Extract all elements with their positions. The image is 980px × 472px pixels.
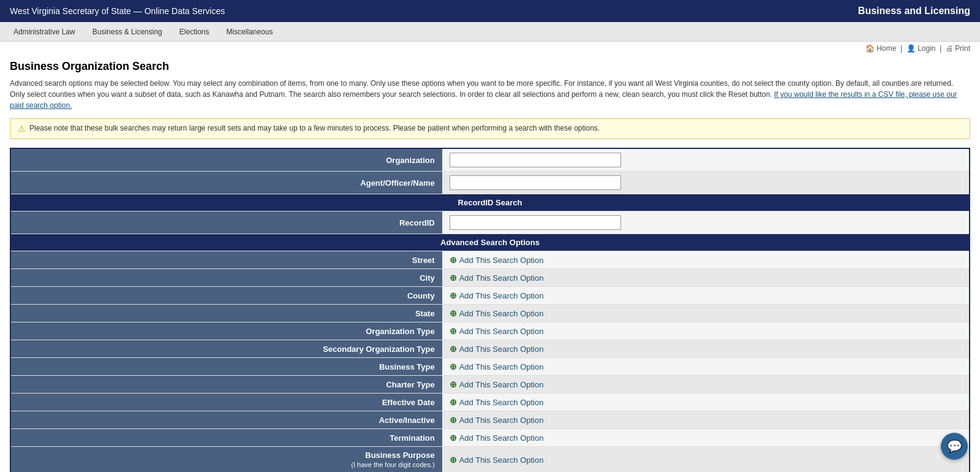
chat-button[interactable]: 💬 — [941, 433, 968, 460]
top-header: West Virginia Secretary of State — Onlin… — [0, 0, 980, 22]
plus-icon-7: ⊕ — [450, 379, 457, 389]
agent-input[interactable] — [450, 175, 621, 190]
warning-icon: ⚠ — [18, 124, 26, 134]
organization-input-cell — [442, 148, 970, 172]
nav-elections[interactable]: Elections — [172, 24, 217, 40]
add-search-option-link-9[interactable]: ⊕ Add This Search Option — [450, 415, 544, 425]
plus-icon-2: ⊕ — [450, 291, 457, 300]
advanced-input-cell-11: ⊕ Add This Search Option — [442, 447, 970, 473]
add-search-option-link-3[interactable]: ⊕ Add This Search Option — [450, 308, 544, 318]
plus-icon-11: ⊕ — [450, 455, 457, 465]
main-content: Business Organization Search Advanced se… — [0, 55, 980, 472]
advanced-input-cell-6: ⊕ Add This Search Option — [442, 358, 970, 376]
header-page-title: Business and Licensing — [858, 6, 970, 17]
advanced-row-6: Business Type⊕ Add This Search Option — [10, 358, 970, 376]
add-search-option-link-0[interactable]: ⊕ Add This Search Option — [450, 255, 544, 265]
home-icon: 🏠 — [865, 44, 875, 53]
page-heading: Business Organization Search — [10, 60, 970, 73]
advanced-row-5: Secondary Organization Type⊕ Add This Se… — [10, 340, 970, 358]
print-icon: 🖨 — [946, 44, 953, 53]
home-link[interactable]: Home — [876, 44, 896, 53]
add-search-option-link-1[interactable]: ⊕ Add This Search Option — [450, 273, 544, 283]
advanced-input-cell-9: ⊕ Add This Search Option — [442, 411, 970, 429]
recordid-input-cell — [442, 211, 970, 234]
advanced-label-3: State — [10, 305, 442, 322]
advanced-input-cell-8: ⊕ Add This Search Option — [442, 394, 970, 411]
advanced-label-8: Effective Date — [10, 394, 442, 411]
add-search-option-link-7[interactable]: ⊕ Add This Search Option — [450, 379, 544, 389]
recordid-input[interactable] — [450, 215, 621, 230]
recordid-section-header: RecordID Search — [10, 194, 970, 211]
print-link[interactable]: Print — [955, 44, 970, 53]
advanced-label-10: Termination — [10, 429, 442, 447]
advanced-input-cell-5: ⊕ Add This Search Option — [442, 340, 970, 358]
nav-business-licensing[interactable]: Business & Licensing — [85, 24, 170, 40]
advanced-row-1: City⊕ Add This Search Option — [10, 269, 970, 287]
login-link[interactable]: Login — [918, 44, 935, 53]
advanced-input-cell-7: ⊕ Add This Search Option — [442, 376, 970, 394]
plus-icon-9: ⊕ — [450, 415, 457, 425]
plus-icon-5: ⊕ — [450, 344, 457, 354]
add-search-option-link-10[interactable]: ⊕ Add This Search Option — [450, 433, 544, 443]
add-search-option-link-5[interactable]: ⊕ Add This Search Option — [450, 344, 544, 354]
advanced-row-10: Termination⊕ Add This Search Option — [10, 429, 970, 447]
site-title: West Virginia Secretary of State — Onlin… — [10, 6, 225, 16]
advanced-row-8: Effective Date⊕ Add This Search Option — [10, 394, 970, 411]
advanced-label-1: City — [10, 269, 442, 287]
add-search-option-link-2[interactable]: ⊕ Add This Search Option — [450, 291, 544, 300]
agent-input-cell — [442, 172, 970, 194]
nav-admin-law[interactable]: Administrative Law — [6, 24, 83, 40]
advanced-label-0: Street — [10, 251, 442, 269]
recordid-section-header-row: RecordID Search — [10, 194, 970, 211]
advanced-label-7: Charter Type — [10, 376, 442, 394]
advanced-input-cell-3: ⊕ Add This Search Option — [442, 305, 970, 322]
nav-miscellaneous[interactable]: Miscellaneous — [219, 24, 281, 40]
advanced-label-2: County — [10, 287, 442, 305]
organization-row: Organization — [10, 148, 970, 172]
advanced-label-6: Business Type — [10, 358, 442, 376]
advanced-row-2: County⊕ Add This Search Option — [10, 287, 970, 305]
advanced-section-header-row: Advanced Search Options — [10, 234, 970, 251]
plus-icon-0: ⊕ — [450, 255, 457, 265]
plus-icon-10: ⊕ — [450, 433, 457, 443]
advanced-row-0: Street⊕ Add This Search Option — [10, 251, 970, 269]
add-search-option-link-11[interactable]: ⊕ Add This Search Option — [450, 455, 544, 465]
login-icon: 👤 — [907, 44, 916, 53]
add-search-option-link-8[interactable]: ⊕ Add This Search Option — [450, 397, 544, 407]
warning-box: ⚠ Please note that these bulk searches m… — [10, 118, 970, 139]
nav-bar: Administrative Law Business & Licensing … — [0, 22, 980, 42]
advanced-input-cell-2: ⊕ Add This Search Option — [442, 287, 970, 305]
advanced-label-5: Secondary Organization Type — [10, 340, 442, 358]
warning-text: Please note that these bulk searches may… — [29, 124, 600, 132]
plus-icon-6: ⊕ — [450, 362, 457, 371]
advanced-section-header: Advanced Search Options — [10, 234, 970, 251]
advanced-input-cell-1: ⊕ Add This Search Option — [442, 269, 970, 287]
advanced-row-11: Business Purpose(I have the four digit c… — [10, 447, 970, 473]
agent-row: Agent/Officer/Name — [10, 172, 970, 194]
recordid-label: RecordID — [10, 211, 442, 234]
advanced-row-3: State⊕ Add This Search Option — [10, 305, 970, 322]
advanced-input-cell-0: ⊕ Add This Search Option — [442, 251, 970, 269]
organization-input[interactable] — [450, 153, 621, 167]
advanced-label-11: Business Purpose(I have the four digit c… — [10, 447, 442, 473]
recordid-row: RecordID — [10, 211, 970, 234]
organization-label: Organization — [10, 148, 442, 172]
advanced-input-cell-10: ⊕ Add This Search Option — [442, 429, 970, 447]
agent-label: Agent/Officer/Name — [10, 172, 442, 194]
advanced-row-9: Active/Inactive⊕ Add This Search Option — [10, 411, 970, 429]
description-text: Advanced search options may be selected … — [10, 78, 970, 111]
add-search-option-link-6[interactable]: ⊕ Add This Search Option — [450, 362, 544, 371]
chat-icon: 💬 — [947, 439, 962, 454]
plus-icon-3: ⊕ — [450, 308, 457, 318]
advanced-input-cell-4: ⊕ Add This Search Option — [442, 322, 970, 340]
advanced-label-4: Organization Type — [10, 322, 442, 340]
utility-bar: 🏠 Home | 👤 Login | 🖨 Print — [0, 42, 980, 55]
plus-icon-1: ⊕ — [450, 273, 457, 283]
plus-icon-4: ⊕ — [450, 326, 457, 336]
advanced-row-4: Organization Type⊕ Add This Search Optio… — [10, 322, 970, 340]
advanced-row-7: Charter Type⊕ Add This Search Option — [10, 376, 970, 394]
plus-icon-8: ⊕ — [450, 397, 457, 407]
search-table: Organization Agent/Officer/Name RecordID… — [10, 148, 970, 472]
add-search-option-link-4[interactable]: ⊕ Add This Search Option — [450, 326, 544, 336]
advanced-label-9: Active/Inactive — [10, 411, 442, 429]
